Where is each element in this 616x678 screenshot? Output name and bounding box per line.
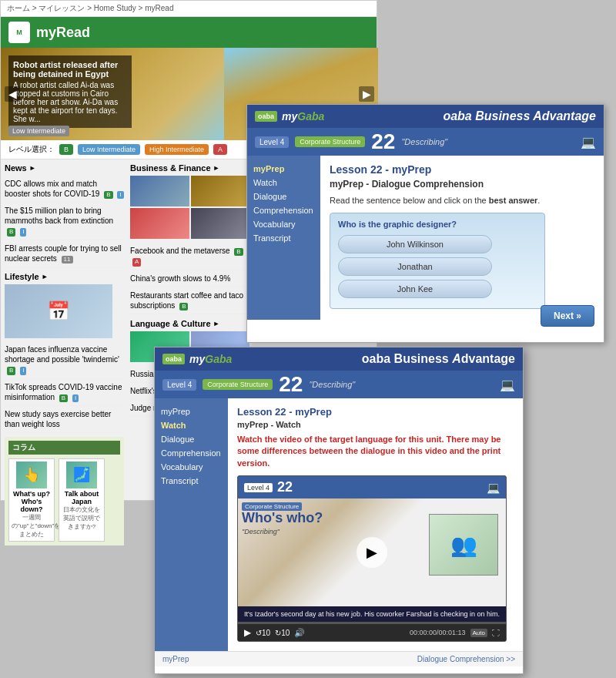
ba-content-front: Lesson 22 - myPrep myPrep - Watch Watch … bbox=[228, 398, 523, 651]
column-title: コラム bbox=[8, 441, 120, 455]
video-scene-illustration: 👥 bbox=[429, 514, 498, 576]
video-time: 00:00:00/00:01:13 bbox=[410, 629, 466, 636]
video-fullscreen-button[interactable]: ⛶ bbox=[492, 629, 500, 637]
list-item[interactable]: FBI arrests couple for trying to sell nu… bbox=[5, 240, 124, 267]
business-arrow-icon: ► bbox=[213, 164, 220, 172]
sidebar-item-dialogue-front[interactable]: Dialogue bbox=[161, 432, 222, 446]
level-btn-low-intermediate[interactable]: Low Intermediate bbox=[78, 144, 140, 155]
column-items: 👆 What's up? Who's down? 一週間の"up"と"down"… bbox=[8, 458, 120, 542]
sidebar-item-transcript-back[interactable]: Transcript bbox=[253, 231, 314, 245]
video-forward-10[interactable]: ↻10 bbox=[275, 629, 290, 637]
video-level-label: Level 4 bbox=[244, 483, 273, 492]
ba-brand-title-back: oaba Business Advantage bbox=[443, 109, 596, 123]
list-item[interactable]: CDC allows mix and match booster shots f… bbox=[5, 176, 124, 203]
hero-level-badge: Low Intermediate bbox=[8, 126, 69, 136]
sidebar-item-vocabulary-back[interactable]: Vocabulary bbox=[253, 217, 314, 231]
sidebar-item-comprehension-back[interactable]: Comprehension bbox=[253, 203, 314, 217]
ba-content-back: Lesson 22 - myPrep myPrep - Dialogue Com… bbox=[320, 156, 604, 320]
video-lesson-num: 22 bbox=[277, 479, 293, 495]
answer-btn-1[interactable]: John Wilkinson bbox=[338, 235, 492, 253]
column-item-desc: 一週間の"up"と"down"をまとめた bbox=[12, 513, 52, 539]
ba-front-navigation: myPrep Dialogue Comprehension >> bbox=[155, 651, 523, 666]
sidebar-item-watch-back[interactable]: Watch bbox=[253, 176, 314, 190]
ba-instruction-back: Read the sentence below and click on the… bbox=[330, 196, 594, 205]
hero-next-button[interactable]: ▶ bbox=[359, 86, 374, 102]
video-subtitle: "Describing" bbox=[242, 528, 280, 535]
hero-prev-button[interactable]: ◀ bbox=[5, 86, 20, 102]
column-section: コラム 👆 What's up? Who's down? 一週間の"up"と"d… bbox=[5, 437, 124, 545]
video-volume[interactable]: 🔊 bbox=[294, 628, 305, 638]
level-btn-beginner[interactable]: B bbox=[59, 144, 73, 155]
next-button-back[interactable]: Next » bbox=[541, 305, 594, 320]
video-rewind-10[interactable]: ↺10 bbox=[256, 629, 270, 637]
level-btn-advanced[interactable]: A bbox=[213, 144, 227, 155]
sidebar-item-transcript-front[interactable]: Transcript bbox=[161, 474, 222, 488]
ba-level-badge-back: Level 4 bbox=[255, 136, 289, 148]
list-item[interactable]: Japan faces influenza vaccine shortage a… bbox=[5, 341, 124, 378]
lifestyle-arrow-icon: ► bbox=[42, 273, 49, 280]
video-progress-bar[interactable] bbox=[238, 622, 506, 624]
badge-n: 11 bbox=[62, 256, 73, 263]
column-icon: 👆 bbox=[16, 462, 47, 488]
list-item[interactable]: Restaurants start coffee and taco subscr… bbox=[130, 287, 249, 314]
video-play-control[interactable]: ▶ bbox=[244, 627, 251, 638]
sidebar-item-myprep-back[interactable]: myPrep bbox=[253, 162, 314, 176]
ba-brand-title-front: oaba Business Advantage bbox=[362, 352, 515, 366]
ba-mygaba-back: myGaba bbox=[282, 110, 324, 123]
badge-b: B bbox=[234, 248, 243, 256]
ba-dialog-watch: ✕ oaba myGaba oaba Business Advantage Le… bbox=[154, 347, 524, 674]
answer-btn-3[interactable]: John Kee bbox=[338, 280, 492, 298]
level-btn-high-intermediate[interactable]: High Intermediate bbox=[145, 144, 209, 155]
ba-sidebar-front: myPrep Watch Dialogue Comprehension Voca… bbox=[155, 398, 228, 651]
sidebar-item-vocabulary-front[interactable]: Vocabulary bbox=[161, 460, 222, 474]
ba-corp-badge-front: Corporate Structure bbox=[203, 379, 273, 390]
badge-li: I bbox=[20, 228, 26, 236]
list-item[interactable]: China's growth slows to 4.9% bbox=[130, 270, 249, 287]
business-thumb-1 bbox=[130, 176, 189, 206]
list-item[interactable]: Facebook and the metaverse B A bbox=[130, 243, 249, 270]
list-item[interactable]: 🗾 Talk about Japan 日本の文化を英語で説明できますか? bbox=[59, 458, 105, 542]
ba-header-front: oaba myGaba oaba Business Advantage bbox=[155, 347, 523, 371]
badge-b: B bbox=[104, 191, 112, 199]
ba-lesson-num-back: 22 bbox=[371, 131, 395, 153]
ba-level-bar-front: Level 4 Corporate Structure 22 "Describi… bbox=[155, 371, 523, 398]
business-thumb-3 bbox=[130, 208, 189, 239]
lifestyle-section-title: Lifestyle ► bbox=[5, 272, 124, 281]
myread-header: M myRead bbox=[1, 17, 377, 48]
nav-prev-link[interactable]: myPrep bbox=[162, 655, 189, 663]
ba-lesson-subtitle-back: myPrep - Dialogue Comprehension bbox=[330, 179, 594, 190]
ba-lesson-desc-back: "Describing" bbox=[401, 137, 447, 146]
level-label: レベル選択： bbox=[8, 144, 55, 155]
news-column: News ► CDC allows mix and match booster … bbox=[5, 163, 124, 545]
business-thumb-4 bbox=[191, 208, 250, 239]
news-section-title: News ► bbox=[5, 163, 124, 173]
language-section-title: Language & Culture ► bbox=[130, 319, 249, 328]
laptop-icon-back: 💻 bbox=[581, 135, 596, 149]
myread-title: myRead bbox=[36, 25, 90, 41]
badge-li: I bbox=[20, 367, 26, 374]
business-section-title: Business & Finance ► bbox=[130, 163, 249, 173]
video-play-button[interactable]: ▶ bbox=[357, 537, 387, 568]
ba-level-bar-back: Level 4 Corporate Structure 22 "Describi… bbox=[247, 128, 604, 156]
video-auto-label[interactable]: Auto bbox=[470, 629, 487, 637]
video-thumbnail: Corporate Structure Who's who? "Describi… bbox=[238, 498, 506, 606]
list-item[interactable]: The $15 million plan to bring mammoths b… bbox=[5, 203, 124, 240]
sidebar-item-dialogue-back[interactable]: Dialogue bbox=[253, 190, 314, 203]
ba-dialog-comprehension: oaba myGaba oaba Business Advantage Leve… bbox=[246, 104, 604, 343]
list-item[interactable]: 👆 What's up? Who's down? 一週間の"up"と"down"… bbox=[8, 458, 55, 542]
answer-btn-2[interactable]: Jonathan bbox=[338, 257, 492, 276]
business-thumbnails bbox=[130, 176, 249, 239]
ba-logo-left-front: oaba myGaba bbox=[162, 353, 232, 365]
laptop-icon-front: 💻 bbox=[500, 378, 515, 392]
sidebar-item-comprehension-front[interactable]: Comprehension bbox=[161, 446, 222, 460]
ba-body-back: myPrep Watch Dialogue Comprehension Voca… bbox=[247, 156, 604, 320]
ba-lesson-title-back: Lesson 22 - myPrep bbox=[330, 163, 594, 176]
list-item[interactable]: New study says exercise better than weig… bbox=[5, 406, 124, 433]
list-item[interactable]: TikTok spreads COVID-19 vaccine misinfor… bbox=[5, 379, 124, 406]
sidebar-item-myprep-front[interactable]: myPrep bbox=[161, 404, 222, 418]
badge-li: I bbox=[72, 394, 79, 402]
hero-body: A robot artist called Ai-da was stopped … bbox=[13, 81, 127, 123]
nav-next-link[interactable]: Dialogue Comprehension >> bbox=[417, 655, 515, 663]
ba-logo-box-back: oaba bbox=[255, 111, 277, 122]
sidebar-item-watch-front[interactable]: Watch bbox=[161, 418, 222, 432]
